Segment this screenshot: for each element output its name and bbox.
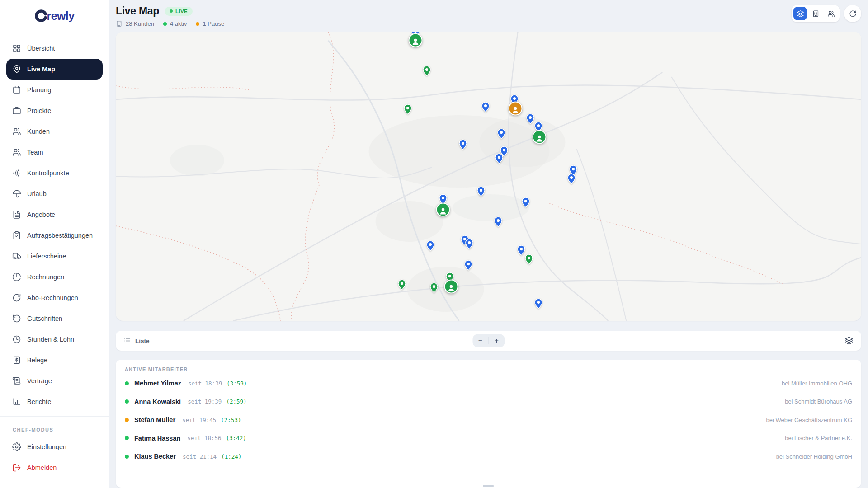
layers-button[interactable]: [844, 336, 854, 345]
sidebar-item-rechnungen[interactable]: Rechnungen: [6, 267, 103, 287]
sidebar-item-uebersicht[interactable]: Übersicht: [6, 38, 103, 59]
sidebar-nav: Übersicht Live Map Planung Projekte Kund…: [0, 32, 109, 412]
stat-aktiv: 4 aktiv: [163, 20, 187, 27]
sidebar-item-angebote[interactable]: Angebote: [6, 204, 103, 225]
employee-status-dot-icon: [125, 436, 129, 440]
map-marker-employee[interactable]: [444, 280, 458, 294]
signal-icon: [12, 169, 21, 178]
map-marker-customer[interactable]: [421, 65, 432, 76]
sidebar: rewly Übersicht Live Map Planung Projekt…: [0, 0, 109, 488]
live-dot-icon: [170, 9, 173, 13]
sidebar-item-gutschriften[interactable]: Gutschriften: [6, 308, 103, 329]
sidebar-item-kontrollpunkte[interactable]: Kontrollpunkte: [6, 163, 103, 183]
Mehmet Yilmaz[interactable]: Mehmet Yilmaz seit 18:39 (3:59) bei Müll…: [125, 374, 852, 393]
active-employees-panel: AKTIVE MITARBEITER Mehmet Yilmaz seit 18…: [116, 360, 861, 488]
map-marker-customer[interactable]: [476, 186, 487, 197]
sidebar-item-projekte[interactable]: Projekte: [6, 100, 103, 121]
employee-status-dot-icon: [125, 399, 129, 404]
sidebar-item-auftragsbestaetigungen[interactable]: Auftragsbestätigungen: [6, 225, 103, 246]
map-marker-customer[interactable]: [495, 128, 507, 140]
bottom-sheet-handle[interactable]: [483, 485, 494, 487]
map-marker-customer[interactable]: [480, 102, 491, 113]
clock-icon: [12, 335, 21, 344]
brand-name: rewly: [47, 9, 75, 23]
layers-view-button[interactable]: [793, 7, 807, 20]
sidebar-item-live-map[interactable]: Live Map: [6, 59, 103, 80]
truck-icon: [12, 252, 21, 261]
sidebar-item-einstellungen[interactable]: Einstellungen: [6, 436, 103, 457]
sidebar-item-abo-rechnungen[interactable]: Abo-Rechnungen: [6, 287, 103, 308]
calendar-icon: [12, 85, 21, 94]
Klaus Becker[interactable]: Klaus Becker seit 21:14 (1:24) bei Schne…: [125, 447, 852, 466]
building-icon: [116, 20, 123, 27]
sidebar-item-belege[interactable]: Belege: [6, 350, 103, 371]
live-map[interactable]: [116, 32, 861, 321]
map-marker-customer[interactable]: [493, 153, 505, 164]
stat-pause: 1 Pause: [196, 20, 224, 27]
zoom-out-button[interactable]: −: [472, 334, 488, 347]
sidebar-item-planung[interactable]: Planung: [6, 80, 103, 100]
sidebar-item-vertraege[interactable]: Verträge: [6, 371, 103, 391]
contract-icon: [12, 376, 21, 385]
chef-modus-label: CHEF-MODUS: [0, 417, 109, 436]
logout-icon: [12, 463, 21, 472]
crewly-logo-icon: [35, 9, 47, 22]
map-markers: [116, 32, 861, 321]
sidebar-item-lieferscheine[interactable]: Lieferscheine: [6, 246, 103, 267]
clipboard-check-icon: [12, 231, 21, 240]
map-marker-customer[interactable]: [463, 238, 475, 249]
sidebar-item-berichte[interactable]: Berichte: [6, 391, 103, 412]
status-dot-icon: [196, 22, 199, 26]
map-marker-customer[interactable]: [520, 197, 531, 208]
map-marker-employee[interactable]: [408, 33, 422, 47]
sidebar-item-abmelden[interactable]: Abmelden: [6, 457, 103, 478]
map-stats: 28 Kunden 4 aktiv 1 Pause: [116, 20, 861, 27]
map-pin-icon: [12, 65, 21, 74]
undo-icon: [12, 314, 21, 323]
sidebar-item-urlaub[interactable]: Urlaub: [6, 183, 103, 204]
liste-button[interactable]: Liste: [123, 337, 150, 345]
zoom-in-button[interactable]: +: [489, 334, 505, 347]
sidebar-item-team[interactable]: Team: [6, 142, 103, 163]
pie-chart-icon: [12, 272, 21, 282]
team-view-button[interactable]: [824, 7, 838, 20]
users-icon: [12, 148, 21, 157]
main-content: Live Map LIVE 28 Kunden 4 aktiv 1: [109, 0, 868, 488]
map-marker-customer[interactable]: [533, 298, 544, 309]
bar-chart-icon: [12, 397, 21, 406]
map-view-switcher: [792, 5, 840, 22]
employee-status-dot-icon: [125, 381, 129, 385]
document-icon: [12, 210, 21, 219]
stat-kunden: 28 Kunden: [116, 20, 154, 27]
Anna Kowalski[interactable]: Anna Kowalski seit 19:39 (2:59) bei Schm…: [125, 393, 852, 411]
map-marker-customer[interactable]: [429, 282, 440, 294]
refresh-button[interactable]: [844, 5, 861, 22]
map-marker-customer[interactable]: [492, 216, 504, 228]
gear-icon: [12, 442, 21, 451]
app-logo: rewly: [0, 0, 109, 32]
page-header: Live Map LIVE 28 Kunden 4 aktiv 1: [116, 0, 861, 32]
map-marker-employee[interactable]: [508, 101, 522, 115]
Stefan Müller[interactable]: Stefan Müller seit 19:45 (2:53) bei Webe…: [125, 411, 852, 429]
status-dot-icon: [163, 22, 167, 26]
map-marker-employee[interactable]: [532, 130, 546, 144]
customers-view-button[interactable]: [809, 7, 822, 20]
map-marker-employee[interactable]: [436, 202, 450, 216]
map-marker-customer[interactable]: [566, 173, 577, 184]
map-marker-customer[interactable]: [523, 253, 534, 265]
users-icon: [12, 127, 21, 136]
map-marker-customer[interactable]: [458, 139, 469, 150]
zoom-control: − +: [472, 334, 505, 347]
dashboard-icon: [12, 44, 21, 53]
sidebar-item-stunden-lohn[interactable]: Stunden & Lohn: [6, 329, 103, 350]
map-marker-customer[interactable]: [402, 103, 414, 115]
map-marker-customer[interactable]: [396, 279, 408, 291]
Fatima Hassan[interactable]: Fatima Hassan seit 18:56 (3:42) bei Fisc…: [125, 429, 852, 448]
sidebar-item-kunden[interactable]: Kunden: [6, 121, 103, 142]
briefcase-icon: [12, 106, 21, 115]
map-marker-customer[interactable]: [462, 260, 474, 271]
employee-status-dot-icon: [125, 455, 129, 459]
employee-status-dot-icon: [125, 418, 129, 422]
map-marker-customer[interactable]: [425, 240, 436, 252]
refresh-icon: [12, 293, 21, 302]
